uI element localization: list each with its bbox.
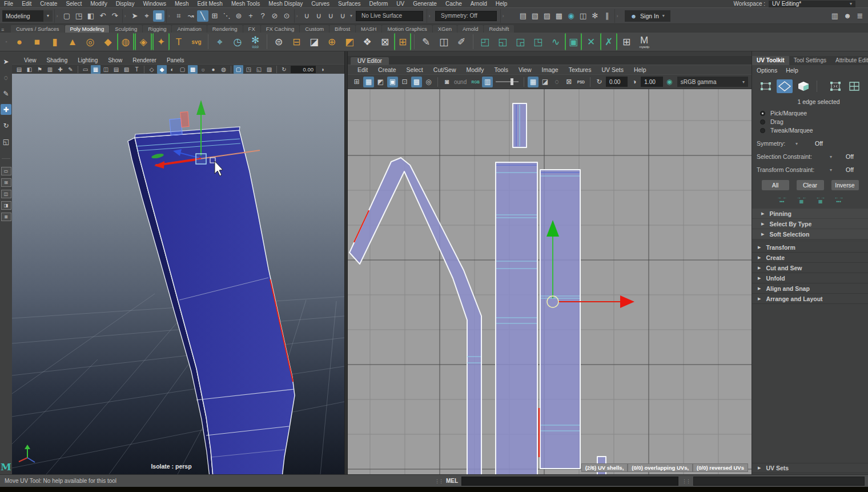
viewport-menu-item[interactable]: Renderer [127, 57, 162, 63]
checker-map-icon[interactable]: ▦ [528, 77, 539, 87]
multi-cut-icon[interactable]: ▣ [565, 33, 582, 50]
bridge-icon[interactable]: ◲ [512, 33, 529, 50]
remesh-icon[interactable]: ⊞ [394, 33, 411, 50]
move-tool-icon[interactable]: ✚ [1, 104, 11, 115]
uv-menu-item[interactable]: Modify [461, 66, 489, 73]
chevron-down-icon[interactable]: ▾ [795, 141, 798, 146]
colorspace-dropdown[interactable]: sRGB gamma ▾ [677, 77, 748, 87]
character-controls-icon[interactable]: ☻ [842, 10, 853, 22]
shelf-tab[interactable]: FX [243, 25, 260, 33]
safe-title-icon[interactable]: T [132, 65, 142, 74]
mirror-icon[interactable]: ⊕ [323, 33, 340, 50]
camera-bookmark-icon[interactable]: ⚑ [35, 65, 45, 74]
menu-item[interactable]: Edit Mesh [193, 0, 226, 7]
grease-pencil-icon[interactable]: ✎ [66, 65, 75, 74]
conform-icon[interactable]: ◩ [341, 33, 358, 50]
pixel-snap-icon[interactable]: ▦ [363, 77, 374, 87]
menu-item[interactable]: Cache [441, 0, 466, 7]
xy-plane-handle[interactable] [180, 111, 189, 127]
grow-selection-icon[interactable]: ←→ ▪▪▪ [834, 195, 843, 203]
toolbar-separator[interactable]: › [122, 9, 127, 23]
channel-box-icon[interactable]: ≣ [854, 10, 866, 22]
save-scene-icon[interactable]: ◧ [85, 10, 97, 22]
target-weld-icon[interactable]: ✕ [582, 33, 600, 50]
checker-tiles-icon[interactable]: ▩ [411, 77, 422, 87]
xray-icon[interactable]: ▨ [264, 65, 274, 74]
shadows-icon[interactable]: ● [208, 65, 218, 74]
poly-cube-icon[interactable]: ■ [29, 33, 46, 50]
wireframe-icon[interactable]: ◇ [147, 65, 156, 74]
texel-grid-icon[interactable] [846, 79, 862, 93]
field-chart-icon[interactable]: ▤ [111, 65, 121, 74]
shelf-tab[interactable]: Redshift [484, 25, 514, 33]
undo-icon[interactable]: ↶ [97, 10, 108, 22]
live-surface-field[interactable]: No Live Surface [356, 11, 423, 21]
toolkit-tab[interactable]: UV Toolkit [752, 56, 789, 65]
uv-menu-item[interactable]: Create [373, 66, 401, 73]
contrast-field[interactable]: 1.00 [641, 77, 662, 87]
shelf-tab[interactable]: Curves / Surfaces [11, 25, 65, 33]
render-current-frame-icon[interactable]: ◉ [565, 10, 577, 22]
bounding-box-icon[interactable]: ▢ [178, 65, 187, 74]
boolean-icon[interactable]: ◪ [306, 33, 323, 50]
freeze-transform-icon[interactable]: ✻0,0,0 [247, 33, 264, 50]
menu-item[interactable]: Mesh [171, 0, 192, 7]
toolkit-menu-item[interactable]: Options [757, 67, 782, 74]
menu-item[interactable]: Windows [139, 0, 170, 7]
sculpt-tool-icon[interactable]: ✐ [453, 33, 470, 50]
uv-editor-canvas[interactable]: (2/6) UV shells,(0/0) overlapping UVs,(0… [348, 89, 752, 474]
symmetry-field[interactable]: Symmetry: Off [435, 11, 497, 21]
pause-viewport-icon[interactable]: ∥ [601, 10, 613, 22]
uv-menu-item[interactable]: Select [401, 66, 428, 73]
shelf-tab[interactable]: Sculpting [110, 25, 142, 33]
shrink-to-shell-icon[interactable]: → ← ▦ [797, 195, 807, 203]
drag-handle[interactable]: ⋮⋮ [435, 478, 443, 484]
viewport-menu-item[interactable]: Panels [162, 57, 190, 63]
render-settings-icon[interactable]: ▩ [553, 10, 565, 22]
type-tool-icon[interactable]: T [170, 33, 187, 50]
uv-menu-item[interactable]: Image [537, 66, 564, 73]
face-select-icon[interactable] [795, 79, 811, 93]
select-hierarchy-icon[interactable]: ➤ [129, 10, 140, 22]
combine-icon[interactable]: ⊜ [270, 33, 287, 50]
select-tool-icon[interactable]: ➤ [1, 56, 11, 67]
textured-icon[interactable]: ▩ [188, 65, 198, 74]
marquee-mode-radio[interactable]: Tweak/Marquee [760, 127, 868, 134]
shade-uvs-icon[interactable]: ◩ [375, 77, 386, 87]
uv-select-icon[interactable] [758, 79, 774, 93]
uv-menu-item[interactable]: Help [629, 66, 652, 73]
shelf-tab[interactable]: Motion Graphics [382, 25, 432, 33]
menu-item[interactable]: Surfaces [334, 0, 364, 7]
selection-button[interactable]: Clear [797, 180, 824, 190]
scale-tool-icon[interactable]: ◱ [1, 136, 11, 147]
uv-sets-section-header[interactable]: ▶ UV Sets [752, 463, 868, 473]
rgb-channels-icon[interactable]: RGB [470, 77, 481, 87]
average-vertices-icon[interactable]: ❖ [359, 33, 376, 50]
uv-menu-item[interactable]: Cut/Sew [428, 66, 461, 73]
highlight-selection-icon[interactable]: ⊙ [281, 10, 292, 22]
exposure-field[interactable]: 0.00 [291, 66, 316, 73]
exposure-icon[interactable]: ↻ [594, 77, 605, 87]
texture-bake-icon[interactable]: ◫ [577, 10, 589, 22]
shelf-tab[interactable]: FX Caching [261, 25, 300, 33]
separate-icon[interactable]: ⊟ [288, 33, 305, 50]
uv-shell-strip-a[interactable] [496, 162, 537, 474]
menu-item[interactable]: Modify [86, 0, 111, 7]
chevron-down-icon[interactable]: ▾ [830, 154, 832, 159]
snap-magnet-view-icon[interactable]: ∪ [337, 10, 348, 22]
image-display-icon[interactable]: ◙ [441, 77, 452, 87]
distortion-icon[interactable]: ◪ [540, 77, 550, 87]
film-gate-icon[interactable]: ▭ [81, 65, 90, 74]
poly-cylinder-icon[interactable]: ▮ [46, 33, 63, 50]
toolkit-tab[interactable]: Attribute Edit [831, 56, 868, 65]
toolkit-section-header[interactable]: ▶ Create [752, 253, 868, 263]
select-camera-icon[interactable]: ▤ [14, 65, 24, 74]
toolbar-separator[interactable]: › [500, 9, 505, 23]
marquee-mode-radio[interactable]: Drag [760, 118, 868, 125]
menu-item[interactable]: Display [112, 0, 139, 7]
poly-sphere-icon[interactable]: ● [11, 33, 28, 50]
menu-item[interactable]: Edit [18, 0, 35, 7]
viewport-menu-item[interactable]: Show [103, 57, 127, 63]
snapshot-icon[interactable]: ◳ [244, 65, 254, 74]
menu-item[interactable]: File [0, 0, 17, 7]
